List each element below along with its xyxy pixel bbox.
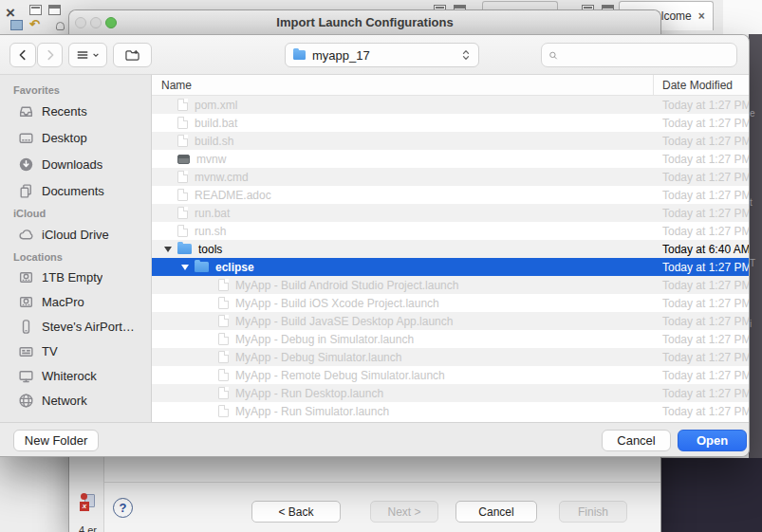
sidebar-item-icloud-drive[interactable]: iCloud Drive	[0, 221, 151, 248]
file-row-myapp-remote-debug-simulator-launch[interactable]: MyApp - Remote Debug Simulator.launchTod…	[152, 366, 749, 384]
next-button[interactable]: Next >	[370, 501, 438, 523]
file-name: mvnw	[196, 153, 226, 166]
file-name: MyApp - Remote Debug Simulator.launch	[235, 369, 445, 382]
maximize-icon[interactable]	[48, 5, 61, 15]
file-name: tools	[198, 243, 222, 256]
close-icon[interactable]: ×	[698, 9, 705, 23]
sidebar-item-label: TV	[42, 344, 58, 358]
file-date-modified: Today at 1:27 PM	[662, 405, 750, 418]
file-row-build-bat[interactable]: build.batToday at 1:27 PM	[152, 114, 749, 132]
document-icon	[218, 297, 229, 309]
finish-button[interactable]: Finish	[559, 501, 627, 523]
sidebar-item-whiterock[interactable]: Whiterock	[0, 363, 151, 388]
file-row-myapp-build-ios-xcode-project-launch[interactable]: MyApp - Build iOS Xcode Project.launchTo…	[152, 294, 749, 312]
sidebar-section-title: Locations	[0, 248, 151, 265]
back-button[interactable]: < Back	[251, 501, 341, 523]
file-name: build.sh	[195, 135, 233, 148]
zoom-traffic-light[interactable]	[105, 17, 117, 28]
sidebar-item-label: Steve's AirPort…	[42, 320, 135, 334]
file-row-run-bat[interactable]: run.batToday at 1:27 PM	[152, 204, 749, 222]
file-row-run-sh[interactable]: run.shToday at 1:27 PM	[152, 222, 749, 240]
file-row-mvnw-cmd[interactable]: mvnw.cmdToday at 1:27 PM	[152, 168, 749, 186]
document-icon	[218, 405, 229, 417]
sidebar-item-steve-s-airport[interactable]: Steve's AirPort…	[0, 314, 151, 339]
file-row-myapp-build-javase-desktop-app-launch[interactable]: MyApp - Build JavaSE Desktop App.launchT…	[152, 312, 749, 330]
new-folder-toolbar-button[interactable]	[113, 43, 152, 67]
file-name: MyApp - Debug Simulator.launch	[235, 351, 401, 364]
file-name: MyApp - Run Simulator.launch	[235, 405, 389, 418]
minimize-icon[interactable]	[29, 5, 42, 15]
open-panel: myapp_17 FavoritesRecentsDesktopDownload…	[0, 34, 750, 457]
document-icon	[218, 351, 229, 363]
drive-icon	[18, 294, 34, 310]
column-separator[interactable]	[653, 75, 654, 96]
forward-nav-button[interactable]	[37, 43, 63, 67]
close-traffic-light[interactable]	[75, 17, 86, 28]
file-date-modified: Today at 6:40 AM	[662, 243, 750, 256]
file-row-build-sh[interactable]: build.shToday at 1:27 PM	[152, 132, 749, 150]
display-icon	[18, 368, 34, 384]
folder-icon	[195, 262, 209, 272]
sidebar-item-tv[interactable]: TV	[0, 339, 151, 363]
column-header-date[interactable]: Date Modified	[662, 79, 733, 92]
view-options-button[interactable]	[68, 43, 107, 67]
file-name: README.adoc	[195, 189, 271, 202]
file-row-mvnw[interactable]: mvnwToday at 1:27 PM	[152, 150, 749, 168]
sidebar-item-macpro[interactable]: MacPro	[0, 289, 151, 314]
new-folder-button[interactable]: New Folder	[13, 430, 99, 451]
help-button[interactable]: ?	[113, 498, 133, 518]
disclosure-triangle-icon[interactable]	[164, 247, 172, 252]
dialog-title: Import Launch Configurations	[276, 15, 453, 29]
sidebar-item-documents[interactable]: Documents	[0, 177, 151, 204]
sidebar-item-network[interactable]: Network	[0, 388, 151, 413]
file-row-pom-xml[interactable]: pom.xmlToday at 1:27 PM	[152, 96, 749, 114]
background-text-fragment: T	[750, 258, 755, 268]
disclosure-triangle-icon[interactable]	[181, 265, 189, 270]
editor-icon[interactable]	[10, 20, 23, 30]
tv-icon	[18, 343, 34, 359]
divider	[103, 456, 104, 532]
minimize-traffic-light[interactable]	[90, 17, 102, 28]
file-date-modified: Today at 1:27 PM	[662, 225, 750, 238]
path-selector[interactable]: myapp_17	[285, 43, 479, 67]
file-row-readme-adoc[interactable]: README.adocToday at 1:27 PM	[152, 186, 749, 204]
background-text-fragment: t	[750, 197, 753, 208]
file-row-myapp-debug-simulator-launch[interactable]: MyApp - Debug Simulator.launchToday at 1…	[152, 348, 749, 366]
file-name: MyApp - Build Android Studio Project.lau…	[235, 279, 458, 292]
file-row-eclipse[interactable]: eclipseToday at 1:27 PM	[152, 258, 749, 276]
panel-toolbar: myapp_17	[0, 35, 749, 75]
file-row-myapp-run-desktop-launch[interactable]: MyApp - Run Desktop.launchToday at 1:27 …	[152, 384, 749, 402]
recents-icon	[18, 103, 34, 119]
user-icon[interactable]	[56, 22, 65, 30]
document-icon	[218, 333, 229, 345]
sidebar-item-1tb-empty[interactable]: 1TB Empty	[0, 265, 151, 289]
cancel-button[interactable]: Cancel	[602, 430, 671, 451]
file-row-myapp-build-android-studio-project-launch[interactable]: MyApp - Build Android Studio Project.lau…	[152, 276, 749, 294]
search-input[interactable]	[563, 48, 730, 63]
undo-icon[interactable]: ↶	[29, 17, 40, 31]
file-row-tools[interactable]: toolsToday at 6:40 AM	[152, 240, 749, 258]
column-header-name[interactable]: Name	[161, 79, 192, 92]
file-name: eclipse	[215, 261, 254, 274]
dialog-cancel-button[interactable]: Cancel	[455, 501, 537, 523]
divider	[104, 482, 660, 483]
file-row-myapp-run-simulator-launch[interactable]: MyApp - Run Simulator.launchToday at 1:2…	[152, 402, 749, 420]
back-nav-button[interactable]	[9, 43, 36, 67]
sidebar-item-desktop[interactable]: Desktop	[0, 124, 151, 151]
downloads-icon	[18, 156, 34, 173]
file-date-modified: Today at 1:27 PM	[662, 171, 750, 184]
updown-chevrons-icon	[461, 48, 471, 62]
sidebar-item-label: MacPro	[42, 295, 84, 309]
document-icon	[177, 171, 188, 183]
background-text-fragment: i	[750, 319, 752, 329]
file-name: MyApp - Build iOS Xcode Project.launch	[235, 297, 439, 310]
document-icon	[218, 315, 229, 327]
sidebar-item-recents[interactable]: Recents	[0, 98, 151, 124]
search-field[interactable]	[541, 43, 737, 67]
sidebar-item-label: 1TB Empty	[42, 270, 102, 284]
document-icon	[177, 207, 188, 219]
file-row-myapp-debug-in-simulator-launch[interactable]: MyApp - Debug in Simulator.launchToday a…	[152, 330, 749, 348]
list-view-icon	[76, 48, 89, 62]
sidebar-item-downloads[interactable]: Downloads	[0, 151, 151, 177]
open-button[interactable]: Open	[678, 430, 747, 451]
